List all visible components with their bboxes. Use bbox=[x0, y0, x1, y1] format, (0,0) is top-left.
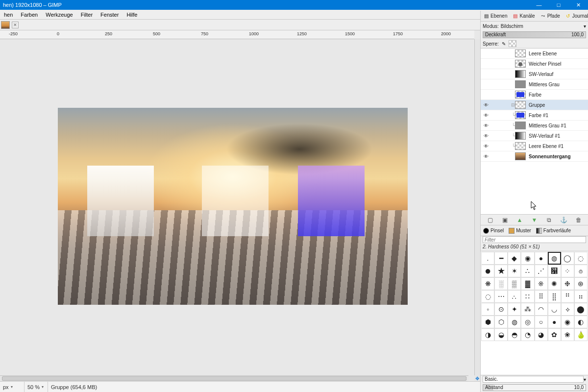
layer-visibility-toggle[interactable]: 👁 bbox=[481, 133, 491, 139]
brush-cell[interactable]: 🍐 bbox=[574, 328, 588, 341]
brush-cell[interactable]: ◠ bbox=[535, 303, 548, 316]
brush-cell[interactable]: ○ bbox=[535, 316, 548, 328]
layer-row[interactable]: Weicher Pinsel bbox=[481, 59, 588, 69]
brush-cell[interactable]: ❋ bbox=[481, 277, 494, 290]
brush-cell[interactable]: ⣿ bbox=[548, 290, 561, 303]
layers-list[interactable]: Leere EbeneWeicher PinselSW-VerlaufMittl… bbox=[481, 48, 588, 215]
layer-visibility-toggle[interactable]: 👁 bbox=[481, 113, 491, 118]
brush-cell[interactable]: ◯ bbox=[561, 252, 574, 265]
layer-name-label[interactable]: Weicher Pinsel bbox=[529, 61, 562, 67]
layer-visibility-toggle[interactable]: 👁 bbox=[481, 144, 491, 149]
brush-cell[interactable]: ✿ bbox=[548, 328, 561, 341]
zoom-selector[interactable]: 50 %▾ bbox=[24, 382, 48, 392]
brush-cell[interactable]: . bbox=[481, 252, 494, 265]
brush-cell[interactable]: ⠶ bbox=[574, 290, 588, 303]
brush-cell[interactable]: ⁘ bbox=[561, 265, 574, 277]
brush-cell[interactable]: ◦ bbox=[481, 303, 494, 316]
vertical-scrollbar[interactable] bbox=[474, 39, 480, 375]
brush-cell[interactable]: ⟡ bbox=[561, 303, 574, 316]
layer-row[interactable]: Farbe bbox=[481, 90, 588, 100]
horizontal-scrollbar[interactable] bbox=[0, 375, 468, 381]
layer-name-label[interactable]: Leere Ebene #1 bbox=[529, 144, 564, 149]
brush-cell[interactable]: ⬡ bbox=[494, 316, 508, 328]
brush-cell[interactable]: ● bbox=[548, 316, 561, 328]
brush-cell[interactable]: ⌾ bbox=[574, 265, 588, 277]
brush-cell[interactable]: ◒ bbox=[494, 328, 508, 341]
layer-name-label[interactable]: SW-Verlauf bbox=[529, 72, 553, 77]
layer-row[interactable]: 👁└Leere Ebene #1 bbox=[481, 141, 588, 151]
brush-cell[interactable]: ✺ bbox=[548, 277, 561, 290]
navigation-button[interactable]: ✥ bbox=[474, 375, 480, 381]
layer-row[interactable]: 👁Sonnenuntergang bbox=[481, 151, 588, 162]
brush-cell[interactable]: ★ bbox=[494, 265, 508, 277]
dock-tab-channels[interactable]: ▤ Kanäle bbox=[510, 11, 537, 22]
lock-alpha-toggle[interactable] bbox=[509, 40, 516, 47]
lower-layer-button[interactable]: ▼ bbox=[530, 216, 538, 224]
layer-row[interactable]: Mittleres Grau bbox=[481, 79, 588, 90]
layer-name-label[interactable]: Mittleres Grau #1 bbox=[529, 123, 566, 128]
brush-cell[interactable]: ◌ bbox=[481, 290, 494, 303]
layer-row[interactable]: 👁└SW-Verlauf #1 bbox=[481, 131, 588, 141]
brush-cell[interactable]: ⠿ bbox=[535, 290, 548, 303]
layer-visibility-toggle[interactable]: 👁 bbox=[481, 123, 491, 128]
dock-tab-undo[interactable]: ↺ Journal bbox=[563, 11, 588, 22]
brush-cell[interactable]: ∷ bbox=[521, 290, 534, 303]
brush-cell[interactable]: ◔ bbox=[521, 328, 534, 341]
layer-name-label[interactable]: Leere Ebene bbox=[529, 51, 557, 56]
layer-row[interactable]: 👁└Mittleres Grau #1 bbox=[481, 121, 588, 131]
unit-selector[interactable]: px▾ bbox=[0, 382, 24, 392]
menu-item-partial[interactable]: hen bbox=[0, 10, 17, 20]
brush-cell[interactable]: ✦ bbox=[508, 303, 521, 316]
brush-cell[interactable]: ◉ bbox=[561, 316, 574, 328]
brush-cell[interactable]: ∴ bbox=[521, 265, 534, 277]
menu-item-help[interactable]: Hilfe bbox=[122, 10, 141, 20]
brush-cell[interactable]: ◡ bbox=[548, 303, 561, 316]
window-close-button[interactable]: ✕ bbox=[568, 0, 588, 10]
layer-row[interactable]: SW-Verlauf bbox=[481, 69, 588, 79]
image-tab-close-button[interactable]: ✕ bbox=[12, 22, 19, 28]
canvas-viewport[interactable] bbox=[0, 39, 474, 375]
brush-cell[interactable]: ━ bbox=[494, 252, 508, 265]
brush-cell[interactable]: ⋯ bbox=[494, 290, 508, 303]
layer-name-label[interactable]: Farbe #1 bbox=[529, 113, 548, 118]
brush-tab-gradients[interactable]: Farbverläufe bbox=[534, 225, 573, 236]
brush-cell[interactable]: ● bbox=[481, 265, 494, 277]
dock-tab-layers[interactable]: ▤ Ebenen bbox=[481, 11, 510, 22]
brush-cell[interactable]: ⊙ bbox=[494, 303, 508, 316]
duplicate-layer-button[interactable]: ⧉ bbox=[545, 216, 553, 224]
brush-cell[interactable]: ● bbox=[535, 252, 548, 265]
brush-cell[interactable]: ⁂ bbox=[521, 303, 534, 316]
layer-visibility-toggle[interactable]: 👁 bbox=[481, 154, 491, 159]
layer-name-label[interactable]: SW-Verlauf #1 bbox=[529, 133, 560, 139]
layer-name-label[interactable]: Mittleres Grau bbox=[529, 82, 560, 87]
brush-cell[interactable]: ◌ bbox=[574, 252, 588, 265]
brush-cell[interactable]: ◆ bbox=[508, 252, 521, 265]
delete-layer-button[interactable]: 🗑 bbox=[575, 216, 583, 224]
layer-name-label[interactable]: Gruppe bbox=[529, 102, 545, 108]
brush-filter-input[interactable] bbox=[483, 236, 586, 243]
brush-spacing-slider[interactable]: Abstand 10,0 bbox=[483, 384, 586, 391]
layer-row[interactable]: 👁⊟Gruppe bbox=[481, 100, 588, 110]
brush-cell[interactable]: ஁ bbox=[548, 265, 561, 277]
scrollbar-thumb[interactable] bbox=[2, 376, 466, 381]
brush-tab-brushes[interactable]: Pinsel bbox=[481, 225, 506, 236]
brush-cell[interactable]: ⋰ bbox=[535, 265, 548, 277]
new-group-button[interactable]: ▣ bbox=[501, 216, 509, 224]
layer-row[interactable]: Leere Ebene bbox=[481, 49, 588, 59]
lock-pixels-icon[interactable]: ✎ bbox=[502, 41, 506, 47]
image-tab-thumbnail[interactable] bbox=[1, 21, 10, 29]
brush-cell[interactable]: ❀ bbox=[561, 328, 574, 341]
layer-visibility-toggle[interactable]: 👁 bbox=[481, 102, 491, 108]
anchor-layer-button[interactable]: ⚓ bbox=[560, 216, 568, 224]
opacity-slider[interactable]: Deckkraft 100,0 bbox=[483, 31, 586, 38]
brush-cell[interactable]: ❉ bbox=[561, 277, 574, 290]
layer-mode-select[interactable]: Bildschirm bbox=[501, 24, 582, 29]
brush-cell[interactable]: ◓ bbox=[508, 328, 521, 341]
brush-tab-patterns[interactable]: Muster bbox=[506, 225, 534, 236]
menu-item-colors[interactable]: Farben bbox=[17, 10, 42, 20]
raise-layer-button[interactable]: ▲ bbox=[515, 216, 523, 224]
brush-cell[interactable]: ▒ bbox=[508, 277, 521, 290]
layer-row[interactable]: 👁└Farbe #1 bbox=[481, 110, 588, 121]
brush-grid[interactable]: .━◆◉●◍◯◌●★✶∴⋰஁⁘⌾❋░▒▓※✺❉⊛◌⋯⸫∷⠿⣿⠛⠶◦⊙✦⁂◠◡⟡⬤… bbox=[481, 251, 588, 375]
brush-cell[interactable]: ◍ bbox=[548, 252, 561, 265]
